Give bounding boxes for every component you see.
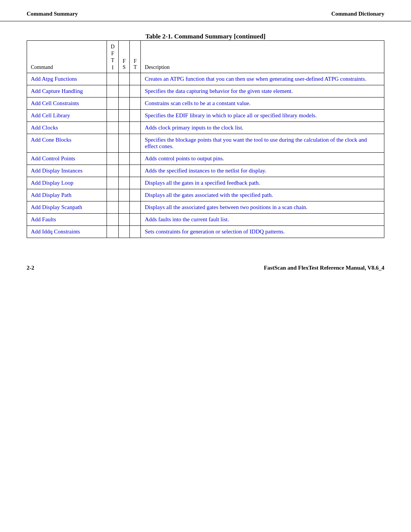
command-cell[interactable]: Add Display Path: [27, 189, 107, 201]
fs-cell: [119, 109, 130, 121]
fs-cell: [119, 177, 130, 189]
dfti-cell: [107, 201, 119, 213]
fs-cell: [119, 225, 130, 238]
dfti-cell: [107, 189, 119, 201]
table-row: Add Cell ConstraintsConstrains scan cell…: [27, 97, 384, 109]
dfti-cell: [107, 213, 119, 225]
dfti-cell: [107, 225, 119, 238]
table-row: Add FaultsAdds faults into the current f…: [27, 213, 384, 225]
page-header: Command Summary Command Dictionary: [0, 0, 411, 21]
fs-cell: [119, 121, 130, 134]
command-cell[interactable]: Add Capture Handling: [27, 85, 107, 97]
command-link[interactable]: Add Capture Handling: [31, 88, 83, 94]
command-cell[interactable]: Add Display Scanpath: [27, 201, 107, 213]
page-footer: 2-2 FastScan and FlexTest Reference Manu…: [0, 261, 411, 279]
fs-cell: [119, 97, 130, 109]
table-row: Add Cone BlocksSpecifies the blockage po…: [27, 134, 384, 152]
ft-cell: [129, 165, 141, 177]
command-cell[interactable]: Add Control Points: [27, 152, 107, 165]
description-cell: Constrains scan cells to be at a constan…: [141, 97, 384, 109]
fs-cell: [119, 85, 130, 97]
command-link[interactable]: Add Display Path: [31, 192, 72, 198]
col-dfti-header: DFTI: [107, 41, 119, 73]
dfti-cell: [107, 165, 119, 177]
col-ft-header: FT: [129, 41, 141, 73]
col-fs-header: FS: [119, 41, 130, 73]
dfti-cell: [107, 97, 119, 109]
dfti-cell: [107, 109, 119, 121]
table-row: Add Display InstancesAdds the specified …: [27, 165, 384, 177]
command-link[interactable]: Add Iddq Constraints: [31, 228, 80, 235]
ft-cell: [129, 134, 141, 152]
description-cell: Adds clock primary inputs to the clock l…: [141, 121, 384, 134]
dfti-cell: [107, 85, 119, 97]
command-cell[interactable]: Add Cone Blocks: [27, 134, 107, 152]
table-header-row: Command DFTI FS FT Description: [27, 41, 384, 73]
command-link[interactable]: Add Display Scanpath: [31, 204, 82, 210]
ft-cell: [129, 201, 141, 213]
command-link[interactable]: Add Atpg Functions: [31, 76, 77, 82]
fs-cell: [119, 201, 130, 213]
description-cell: Creates an ATPG function that you can th…: [141, 73, 384, 85]
page-container: Command Summary Command Dictionary Table…: [0, 0, 411, 532]
table-title: Table 2-1. Command Summary [continued]: [27, 33, 384, 40]
ft-cell: [129, 225, 141, 238]
description-cell: Sets constraints for generation or selec…: [141, 225, 384, 238]
command-link[interactable]: Add Display Loop: [31, 180, 73, 186]
description-cell: Displays all the gates in a specified fe…: [141, 177, 384, 189]
command-link[interactable]: Add Clocks: [31, 125, 58, 131]
ft-cell: [129, 85, 141, 97]
col-command-header: Command: [27, 41, 107, 73]
dfti-cell: [107, 152, 119, 165]
ft-cell: [129, 109, 141, 121]
command-link[interactable]: Add Faults: [31, 216, 56, 222]
description-cell: Displays all the associated gates betwee…: [141, 201, 384, 213]
command-cell[interactable]: Add Display Loop: [27, 177, 107, 189]
ft-cell: [129, 177, 141, 189]
ft-cell: [129, 152, 141, 165]
command-link[interactable]: Add Cell Constraints: [31, 100, 79, 106]
footer-manual-title: FastScan and FlexTest Reference Manual, …: [264, 265, 384, 271]
description-cell: Specifies the data capturing behavior fo…: [141, 85, 384, 97]
command-cell[interactable]: Add Display Instances: [27, 165, 107, 177]
description-cell: Adds the specified instances to the netl…: [141, 165, 384, 177]
command-cell[interactable]: Add Faults: [27, 213, 107, 225]
command-link[interactable]: Add Cone Blocks: [31, 137, 72, 143]
ft-cell: [129, 189, 141, 201]
description-cell: Displays all the gates associated with t…: [141, 189, 384, 201]
col-description-header: Description: [141, 41, 384, 73]
table-row: Add ClocksAdds clock primary inputs to t…: [27, 121, 384, 134]
fs-cell: [119, 73, 130, 85]
ft-cell: [129, 121, 141, 134]
main-content: Table 2-1. Command Summary [continued] C…: [0, 21, 411, 253]
table-row: Add Capture HandlingSpecifies the data c…: [27, 85, 384, 97]
command-cell[interactable]: Add Clocks: [27, 121, 107, 134]
fs-cell: [119, 189, 130, 201]
command-link[interactable]: Add Cell Library: [31, 112, 70, 118]
ft-cell: [129, 213, 141, 225]
ft-cell: [129, 73, 141, 85]
table-row: Add Iddq ConstraintsSets constraints for…: [27, 225, 384, 238]
table-row: Add Atpg FunctionsCreates an ATPG functi…: [27, 73, 384, 85]
fs-cell: [119, 152, 130, 165]
dfti-cell: [107, 121, 119, 134]
command-table: Command DFTI FS FT Description: [27, 40, 384, 238]
command-cell[interactable]: Add Cell Constraints: [27, 97, 107, 109]
command-cell[interactable]: Add Cell Library: [27, 109, 107, 121]
command-cell[interactable]: Add Atpg Functions: [27, 73, 107, 85]
command-cell[interactable]: Add Iddq Constraints: [27, 225, 107, 238]
fs-cell: [119, 213, 130, 225]
description-cell: Specifies the EDIF library in which to p…: [141, 109, 384, 121]
table-row: Add Cell LibrarySpecifies the EDIF libra…: [27, 109, 384, 121]
description-cell: Specifies the blockage points that you w…: [141, 134, 384, 152]
header-left: Command Summary: [27, 11, 78, 17]
fs-cell: [119, 165, 130, 177]
table-row: Add Display PathDisplays all the gates a…: [27, 189, 384, 201]
header-right: Command Dictionary: [331, 11, 384, 17]
command-link[interactable]: Add Control Points: [31, 155, 75, 161]
description-cell: Adds faults into the current fault list.: [141, 213, 384, 225]
description-cell: Adds control points to output pins.: [141, 152, 384, 165]
command-link[interactable]: Add Display Instances: [31, 168, 83, 174]
fs-cell: [119, 134, 130, 152]
table-row: Add Control PointsAdds control points to…: [27, 152, 384, 165]
